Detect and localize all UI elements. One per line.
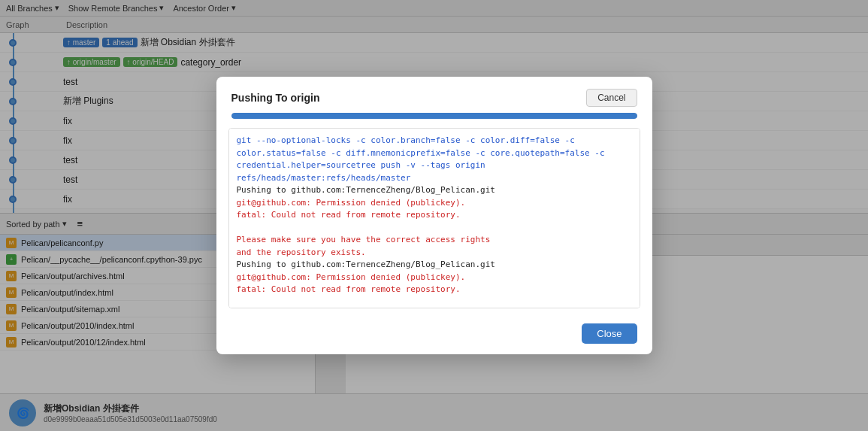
progress-bar-fill	[231, 113, 637, 119]
terminal-line: git --no-optional-locks -c color.branch=…	[237, 135, 632, 184]
terminal-line: fatal: Could not read from remote reposi…	[237, 209, 632, 222]
terminal-line: Please make sure you have the correct ac…	[237, 234, 632, 247]
close-button[interactable]: Close	[582, 323, 637, 344]
cancel-button[interactable]: Cancel	[586, 89, 637, 107]
app-background: All Branches ▾ Show Remote Branches ▾ An…	[0, 0, 868, 431]
modal-overlay: Pushing To origin Cancel git --no-option…	[0, 0, 868, 431]
modal-title: Pushing To origin	[231, 92, 320, 104]
modal-dialog: Pushing To origin Cancel git --no-option…	[216, 77, 652, 354]
terminal-line: Pushing to github.com:TernenceZheng/Blog…	[237, 184, 632, 197]
terminal-line: git@github.com: Permission denied (publi…	[237, 272, 632, 284]
modal-footer: Close	[216, 317, 652, 354]
terminal-line: fatal: Could not read from remote reposi…	[237, 284, 632, 296]
terminal-line: and the repository exists.	[237, 247, 632, 260]
terminal-line: git@github.com: Permission denied (publi…	[237, 197, 632, 210]
modal-terminal[interactable]: git --no-optional-locks -c color.branch=…	[228, 128, 640, 308]
modal-progress-area	[216, 110, 652, 128]
terminal-line: Pushing to github.com:TernenceZheng/Blog…	[237, 259, 632, 272]
progress-bar-background	[231, 113, 637, 119]
